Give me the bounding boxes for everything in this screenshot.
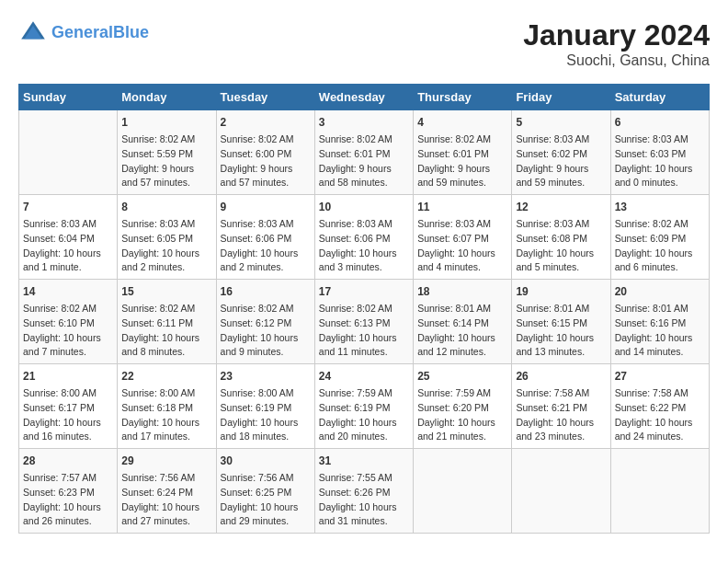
day-number: 25 [417,368,507,385]
calendar-cell: 15Sunrise: 8:02 AM Sunset: 6:11 PM Dayli… [118,280,216,364]
calendar-cell: 12Sunrise: 8:03 AM Sunset: 6:08 PM Dayli… [512,195,610,280]
day-info: Sunrise: 8:02 AM Sunset: 6:01 PM Dayligh… [319,132,409,190]
day-info: Sunrise: 8:02 AM Sunset: 6:11 PM Dayligh… [121,302,211,360]
calendar-cell: 21Sunrise: 8:00 AM Sunset: 6:17 PM Dayli… [19,364,118,449]
day-info: Sunrise: 7:58 AM Sunset: 6:21 PM Dayligh… [516,386,606,444]
day-number: 17 [319,283,409,300]
calendar-cell: 14Sunrise: 8:02 AM Sunset: 6:10 PM Dayli… [19,280,118,364]
day-number: 3 [319,114,409,131]
calendar-week-row: 21Sunrise: 8:00 AM Sunset: 6:17 PM Dayli… [19,364,710,449]
calendar-cell: 5Sunrise: 8:03 AM Sunset: 6:02 PM Daylig… [512,110,610,195]
weekday-header-tuesday: Tuesday [216,85,314,110]
day-number: 26 [516,368,606,385]
day-number: 16 [221,283,311,300]
calendar-week-row: 1Sunrise: 8:02 AM Sunset: 5:59 PM Daylig… [19,110,710,195]
day-info: Sunrise: 8:03 AM Sunset: 6:07 PM Dayligh… [417,217,507,275]
page-title: January 2024 [523,18,710,52]
calendar-cell: 24Sunrise: 7:59 AM Sunset: 6:19 PM Dayli… [314,364,413,449]
day-info: Sunrise: 8:02 AM Sunset: 5:59 PM Dayligh… [121,132,211,190]
calendar-cell [610,449,709,534]
calendar-cell: 6Sunrise: 8:03 AM Sunset: 6:03 PM Daylig… [610,110,709,195]
logo-line1: General [51,23,113,41]
logo-text: GeneralBlue [51,23,149,43]
day-info: Sunrise: 8:01 AM Sunset: 6:14 PM Dayligh… [417,302,507,360]
weekday-header-monday: Monday [118,85,216,110]
calendar-week-row: 7Sunrise: 8:03 AM Sunset: 6:04 PM Daylig… [19,195,710,280]
calendar-cell: 18Sunrise: 8:01 AM Sunset: 6:14 PM Dayli… [414,280,512,364]
calendar-cell: 19Sunrise: 8:01 AM Sunset: 6:15 PM Dayli… [512,280,610,364]
day-number: 1 [121,114,211,131]
calendar-cell: 17Sunrise: 8:02 AM Sunset: 6:13 PM Dayli… [314,280,413,364]
logo: GeneralBlue [18,18,149,48]
calendar-cell: 13Sunrise: 8:02 AM Sunset: 6:09 PM Dayli… [610,195,709,280]
day-info: Sunrise: 8:02 AM Sunset: 6:13 PM Dayligh… [319,302,409,360]
calendar-cell [512,449,610,534]
page-subtitle: Suochi, Gansu, China [523,52,710,69]
day-info: Sunrise: 8:01 AM Sunset: 6:16 PM Dayligh… [615,302,705,360]
day-info: Sunrise: 7:58 AM Sunset: 6:22 PM Dayligh… [615,386,705,444]
calendar-cell: 2Sunrise: 8:02 AM Sunset: 6:00 PM Daylig… [216,110,314,195]
day-info: Sunrise: 8:03 AM Sunset: 6:06 PM Dayligh… [319,217,409,275]
day-info: Sunrise: 8:02 AM Sunset: 6:09 PM Dayligh… [615,217,705,275]
day-number: 13 [615,199,705,215]
day-info: Sunrise: 8:03 AM Sunset: 6:06 PM Dayligh… [221,217,311,275]
day-info: Sunrise: 7:56 AM Sunset: 6:25 PM Dayligh… [221,471,311,529]
calendar-week-row: 14Sunrise: 8:02 AM Sunset: 6:10 PM Dayli… [19,280,710,364]
day-info: Sunrise: 8:00 AM Sunset: 6:18 PM Dayligh… [121,386,211,444]
day-number: 7 [23,199,113,215]
day-info: Sunrise: 8:03 AM Sunset: 6:05 PM Dayligh… [121,217,211,275]
day-number: 8 [121,199,211,215]
calendar-cell: 28Sunrise: 7:57 AM Sunset: 6:23 PM Dayli… [19,449,118,534]
day-number: 12 [516,199,606,215]
calendar-cell: 9Sunrise: 8:03 AM Sunset: 6:06 PM Daylig… [216,195,314,280]
day-info: Sunrise: 8:03 AM Sunset: 6:03 PM Dayligh… [615,132,705,190]
page-header: GeneralBlue January 2024 Suochi, Gansu, … [18,18,710,69]
calendar-cell: 30Sunrise: 7:56 AM Sunset: 6:25 PM Dayli… [216,449,314,534]
day-info: Sunrise: 7:55 AM Sunset: 6:26 PM Dayligh… [319,471,409,529]
calendar-cell: 16Sunrise: 8:02 AM Sunset: 6:12 PM Dayli… [216,280,314,364]
calendar-table: SundayMondayTuesdayWednesdayThursdayFrid… [18,84,710,534]
calendar-cell: 23Sunrise: 8:00 AM Sunset: 6:19 PM Dayli… [216,364,314,449]
title-block: January 2024 Suochi, Gansu, China [523,18,710,69]
calendar-cell [414,449,512,534]
day-info: Sunrise: 7:59 AM Sunset: 6:20 PM Dayligh… [417,386,507,444]
day-info: Sunrise: 8:01 AM Sunset: 6:15 PM Dayligh… [516,302,606,360]
day-info: Sunrise: 8:02 AM Sunset: 6:00 PM Dayligh… [221,132,311,190]
day-number: 21 [23,368,113,385]
day-number: 29 [121,453,211,469]
day-info: Sunrise: 8:03 AM Sunset: 6:02 PM Dayligh… [516,132,606,190]
weekday-header-friday: Friday [512,85,610,110]
calendar-cell: 20Sunrise: 8:01 AM Sunset: 6:16 PM Dayli… [610,280,709,364]
weekday-header-sunday: Sunday [19,85,118,110]
day-number: 15 [121,283,211,300]
day-info: Sunrise: 7:57 AM Sunset: 6:23 PM Dayligh… [23,471,113,529]
day-number: 5 [516,114,606,131]
day-number: 24 [319,368,409,385]
day-number: 9 [221,199,311,215]
calendar-cell: 29Sunrise: 7:56 AM Sunset: 6:24 PM Dayli… [118,449,216,534]
calendar-cell: 1Sunrise: 8:02 AM Sunset: 5:59 PM Daylig… [118,110,216,195]
day-number: 27 [615,368,705,385]
day-number: 11 [417,199,507,215]
logo-line2: Blue [113,23,149,41]
day-info: Sunrise: 7:56 AM Sunset: 6:24 PM Dayligh… [121,471,211,529]
day-number: 4 [417,114,507,131]
day-number: 10 [319,199,409,215]
calendar-cell: 25Sunrise: 7:59 AM Sunset: 6:20 PM Dayli… [414,364,512,449]
day-number: 23 [221,368,311,385]
day-info: Sunrise: 8:03 AM Sunset: 6:04 PM Dayligh… [23,217,113,275]
calendar-cell: 26Sunrise: 7:58 AM Sunset: 6:21 PM Dayli… [512,364,610,449]
day-number: 30 [221,453,311,469]
weekday-header-row: SundayMondayTuesdayWednesdayThursdayFrid… [19,85,710,110]
calendar-cell: 11Sunrise: 8:03 AM Sunset: 6:07 PM Dayli… [414,195,512,280]
day-info: Sunrise: 8:03 AM Sunset: 6:08 PM Dayligh… [516,217,606,275]
calendar-cell: 22Sunrise: 8:00 AM Sunset: 6:18 PM Dayli… [118,364,216,449]
day-info: Sunrise: 8:00 AM Sunset: 6:19 PM Dayligh… [221,386,311,444]
day-info: Sunrise: 7:59 AM Sunset: 6:19 PM Dayligh… [319,386,409,444]
day-info: Sunrise: 8:02 AM Sunset: 6:01 PM Dayligh… [417,132,507,190]
day-number: 28 [23,453,113,469]
calendar-cell: 4Sunrise: 8:02 AM Sunset: 6:01 PM Daylig… [414,110,512,195]
day-number: 31 [319,453,409,469]
day-info: Sunrise: 8:02 AM Sunset: 6:12 PM Dayligh… [221,302,311,360]
calendar-cell: 10Sunrise: 8:03 AM Sunset: 6:06 PM Dayli… [314,195,413,280]
